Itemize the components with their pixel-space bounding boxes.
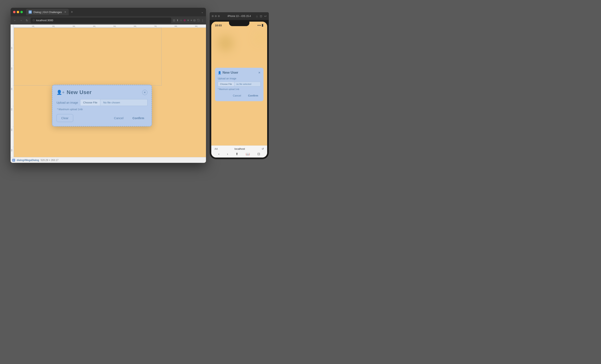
new-user-dialog: 👤+ New User ✕ Upload an image Choose Fil… [52,85,152,127]
ruler-top: 100 200 300 400 500 600 700 800 900 [14,24,206,28]
list-icon[interactable]: ≡ [190,19,192,22]
iphone-title-bar: iPhone 13 – iOS 15.4 ⌂ ⊡ ↩ [210,12,269,20]
iphone-background [211,29,267,68]
maximize-traffic-light[interactable] [20,11,23,13]
iphone-confirm-button[interactable]: Confirm [246,93,261,98]
browser-statusbar: dialog#MegaDialog 520.29 × 263.17 [10,157,206,163]
confirm-button[interactable]: Confirm [129,114,148,122]
browser-toolbar-icons: ⊡ ⬆ ☆ ⊘ ✳ ≡ ⊟ ⚫ ⋮ [173,19,204,22]
iphone-url-text[interactable]: localhost [235,147,245,150]
iphone-share-icon[interactable]: ⬆ [236,152,238,156]
svg-text:100: 100 [32,26,34,27]
clear-button[interactable]: Clear [57,114,73,122]
iphone-status-icons: ▾▾▾ ▊ [257,24,263,27]
iphone-home-icon[interactable]: ⌂ [256,14,258,18]
iphone-container: iPhone 13 – iOS 15.4 ⌂ ⊡ ↩ 10:03 ▾▾▾ ▊ [210,12,269,159]
iphone-close-button[interactable]: ✕ [258,71,261,74]
dialog-close-button[interactable]: ✕ [142,90,148,95]
iphone-dialog-footer: Cancel Confirm [218,93,261,98]
file-input-group: Choose File No file chosen [80,99,148,106]
svg-text:200: 200 [52,26,55,27]
external-link-icon[interactable]: ⊡ [173,19,175,22]
lock-icon: ⓘ [33,19,35,22]
iphone-notch-bar: 10:03 ▾▾▾ ▊ [211,22,267,29]
dialog-footer: Clear Cancel Confirm [57,114,148,122]
svg-text:500: 500 [11,129,12,131]
iphone-cancel-button[interactable]: Cancel [230,93,243,98]
iphone-screenshot-icon[interactable]: ⊡ [260,14,262,18]
iphone-traffic-lights [212,15,220,17]
iphone-bottom-bar: AA localhost ↺ ‹ › ⬆ 📖 ⊡ [211,145,267,158]
element-selector: dialog#MegaDialog [17,159,39,162]
reload-button[interactable]: ↻ [25,18,29,23]
svg-text:600: 600 [11,149,12,152]
iphone-screen: 10:03 ▾▾▾ ▊ 👤 New User ✕ [211,22,267,158]
iphone-notch [229,22,250,26]
wifi-icon: ▾▾▾ [257,24,261,27]
minimize-traffic-light[interactable] [17,11,19,13]
iphone-minimize-light [215,15,217,17]
tab-close-icon[interactable]: ✕ [64,10,66,13]
iphone-user-add-icon: 👤 [218,71,221,74]
forward-button[interactable]: → [19,18,23,23]
svg-text:900: 900 [195,26,197,27]
dialog-body: Upload an image Choose File No file chos… [57,99,148,111]
iphone-forward-icon[interactable]: › [227,152,228,156]
iphone-refresh-icon[interactable]: ↺ [262,147,264,150]
iphone-rotate-icon[interactable]: ↩ [264,14,267,18]
bookmark-icon[interactable]: ☆ [180,19,182,22]
svg-text:300: 300 [73,26,75,27]
traffic-lights [13,11,23,13]
blur-circle-2 [255,33,265,43]
tab-favicon: D [29,10,32,14]
browser-toolbar: ← → ↻ ⓘ localhost:3000 ⊡ ⬆ ☆ ⊘ ✳ ≡ ⊟ ⚫ ⋮ [10,16,206,24]
share-icon[interactable]: ⬆ [176,19,179,22]
iphone-bookmarks-icon[interactable]: 📖 [246,152,250,156]
svg-text:600: 600 [134,26,136,27]
tabs-icon[interactable]: ⊟ [193,19,196,22]
signal-icon: ▊ [262,24,263,27]
choose-file-button[interactable]: Choose File [80,99,100,106]
iphone-close-light [212,15,214,17]
iphone-choose-file-button[interactable]: Choose File [218,82,234,87]
iphone-dialog-header: 👤 New User ✕ [218,71,261,75]
svg-text:800: 800 [175,26,177,27]
window-controls-right: ⌄ [201,10,203,14]
dialog-title: New User [67,89,92,95]
iphone-file-row: Choose File no file selected [218,82,261,87]
ruler-left: 100 200 300 400 500 600 [10,24,14,163]
new-tab-icon[interactable]: + [70,10,74,14]
iphone-max-note: * Maximum upload 1mb [218,88,261,90]
cast-icon[interactable]: ⚫ [197,19,200,22]
cancel-button[interactable]: Cancel [111,114,127,122]
shield-icon[interactable]: ⊘ [183,19,186,22]
iphone-tabs-icon[interactable]: ⊡ [257,152,260,156]
extension-icon[interactable]: ✳ [187,19,189,22]
iphone-time: 10:03 [215,24,222,27]
no-file-label: No file chosen [100,99,148,106]
svg-text:100: 100 [11,47,12,49]
iphone-aa-text[interactable]: AA [215,148,218,150]
iphone-window-controls: ⌂ ⊡ ↩ [256,14,267,18]
tab-title: Dialog | GUI Challenges [33,10,62,14]
dialog-action-buttons: Cancel Confirm [111,114,148,122]
close-traffic-light[interactable] [13,11,16,13]
blur-circle-1 [217,35,234,51]
ruler-left-svg: 100 200 300 400 500 600 [10,24,14,163]
iphone-upload-label: Upload an image [218,77,261,80]
more-icon[interactable]: ⋮ [201,19,204,22]
back-button[interactable]: ← [13,18,17,23]
iphone-back-icon[interactable]: ‹ [218,152,220,156]
tab-bar: D Dialog | GUI Challenges ✕ + [26,9,200,15]
element-dimensions: 520.29 × 263.17 [40,159,58,162]
upload-label: Upload an image [57,101,78,104]
browser-content: 100 200 300 400 500 600 700 800 900 [10,24,206,163]
iphone-title-text: iPhone 13 – iOS 15.4 [228,15,251,18]
active-tab[interactable]: D Dialog | GUI Challenges ✕ [26,9,69,15]
max-upload-note: * Maximum upload 1mb [57,108,148,111]
browser-window: D Dialog | GUI Challenges ✕ + ⌄ ← → ↻ ⓘ … [10,8,206,163]
svg-text:200: 200 [11,67,12,70]
dialog-title-group: 👤+ New User [57,89,91,95]
svg-text:500: 500 [113,26,116,27]
address-bar[interactable]: ⓘ localhost:3000 [30,18,171,23]
